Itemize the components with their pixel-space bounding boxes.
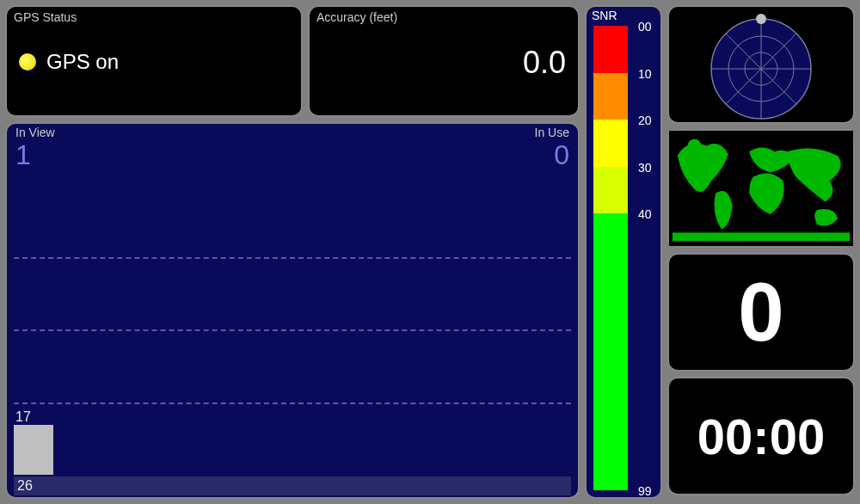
satellite-snr-chart: 17 bbox=[14, 184, 571, 475]
speed-panel[interactable]: 0 bbox=[667, 253, 855, 372]
satellite-prn-row: 26 bbox=[14, 476, 571, 495]
sat-bar: 17 bbox=[14, 425, 53, 475]
accuracy-value: 0.0 bbox=[523, 45, 566, 81]
satellites-panel: In View In Use 1 0 17 26 bbox=[5, 122, 580, 499]
snr-segment bbox=[593, 73, 628, 120]
snr-tick-label: 20 bbox=[638, 114, 652, 127]
in-use-label: In Use bbox=[535, 126, 569, 139]
clock-value: 00:00 bbox=[697, 408, 825, 465]
snr-legend-panel: SNR 001020304099 bbox=[585, 5, 662, 499]
snr-segment bbox=[593, 120, 628, 167]
gps-status-label: GPS Status bbox=[7, 7, 301, 24]
sky-plot-icon bbox=[669, 7, 853, 122]
snr-segment bbox=[593, 213, 628, 490]
svg-point-9 bbox=[688, 139, 702, 153]
sat-bar-snr-label: 17 bbox=[14, 409, 53, 425]
snr-tick-label: 99 bbox=[638, 484, 652, 498]
clock-panel[interactable]: 00:00 bbox=[667, 377, 855, 495]
world-map-icon bbox=[669, 131, 853, 246]
accuracy-panel: Accuracy (feet) 0.0 bbox=[308, 5, 580, 117]
snr-tick-label: 00 bbox=[638, 20, 652, 34]
speed-value: 0 bbox=[738, 265, 783, 360]
snr-tick-label: 40 bbox=[638, 207, 652, 221]
sat-header: In View In Use bbox=[7, 124, 578, 141]
world-map-panel[interactable] bbox=[667, 129, 855, 248]
gps-status-row: GPS on bbox=[7, 24, 301, 74]
snr-tick-label: 30 bbox=[638, 161, 652, 175]
sky-plot-panel[interactable] bbox=[667, 5, 855, 124]
sat-gridline bbox=[14, 403, 571, 404]
in-view-label: In View bbox=[15, 126, 55, 139]
gps-status-text: GPS on bbox=[46, 50, 119, 74]
snr-tick-label: 10 bbox=[638, 67, 652, 81]
accuracy-label: Accuracy (feet) bbox=[310, 7, 578, 24]
sat-prn-label: 26 bbox=[14, 478, 53, 494]
snr-segment bbox=[593, 167, 628, 214]
snr-segment bbox=[593, 26, 628, 73]
svg-rect-10 bbox=[673, 232, 850, 241]
in-view-value: 1 bbox=[7, 141, 40, 169]
gps-indicator-icon bbox=[19, 53, 36, 71]
sat-gridline bbox=[14, 257, 571, 259]
svg-point-7 bbox=[756, 14, 766, 24]
sat-gridline bbox=[14, 329, 571, 331]
in-use-value: 0 bbox=[545, 141, 578, 169]
snr-scale: 001020304099 bbox=[593, 26, 628, 490]
gps-status-panel: GPS Status GPS on bbox=[5, 5, 303, 117]
